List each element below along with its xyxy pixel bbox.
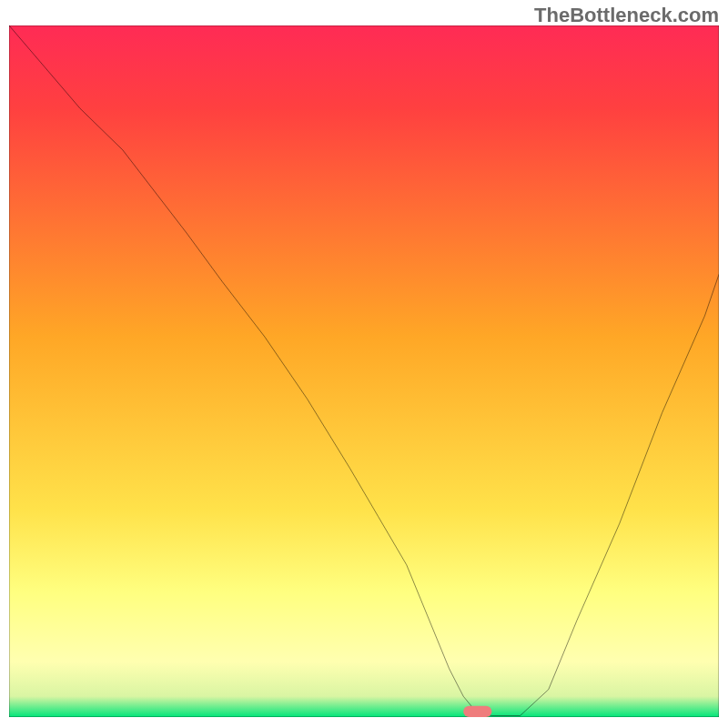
watermark-text: TheBottleneck.com — [534, 4, 719, 27]
bottleneck-chart — [9, 25, 719, 717]
chart-container: { "watermark": "TheBottleneck.com", "cha… — [0, 0, 728, 728]
plot-background — [9, 25, 719, 717]
minimum-marker — [463, 706, 491, 717]
